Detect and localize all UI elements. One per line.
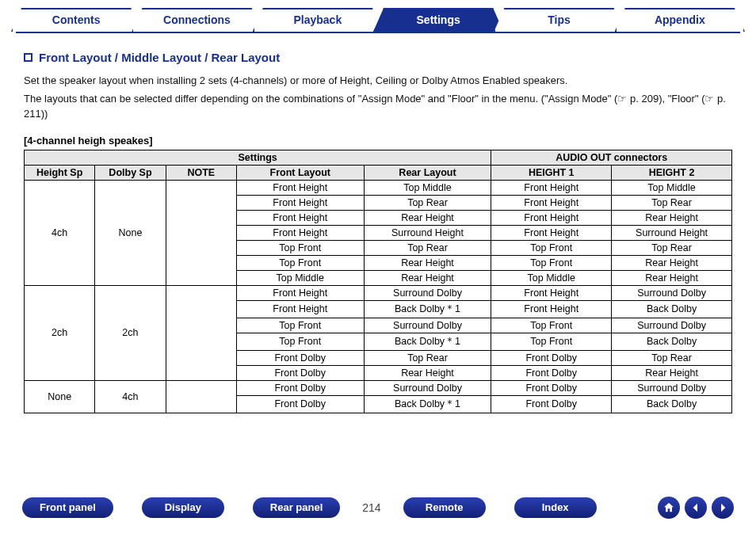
data-cell: Top Middle xyxy=(236,270,364,285)
data-cell: Top Middle xyxy=(364,180,491,195)
table-group-header-row: Settings AUDIO OUT connectors xyxy=(25,150,732,165)
col-header: Front Layout xyxy=(236,165,364,180)
data-cell: Surround Height xyxy=(612,225,732,240)
data-cell: Top Front xyxy=(236,318,364,333)
data-cell: Front Dolby xyxy=(236,365,364,380)
data-cell: Front Height xyxy=(236,285,364,300)
data-cell: Surround Dolby xyxy=(612,380,732,395)
data-cell: Front Dolby xyxy=(491,350,612,365)
section-heading: Front Layout / Middle Layout / Rear Layo… xyxy=(24,51,732,64)
tab-playback[interactable]: Playback xyxy=(253,8,383,32)
group-cell-note xyxy=(166,380,236,413)
footer: Front panelDisplayRear panel214RemoteInd… xyxy=(0,497,756,519)
data-cell: Top Front xyxy=(236,240,364,255)
tab-settings[interactable]: Settings xyxy=(373,8,503,32)
data-cell: Rear Height xyxy=(612,270,732,285)
data-cell: Rear Height xyxy=(364,255,491,270)
footer-button-index[interactable]: Index xyxy=(514,497,597,518)
data-cell: Back Dolby xyxy=(612,300,732,318)
data-cell: Back Dolby＊1 xyxy=(364,395,491,413)
data-cell: Back Dolby xyxy=(612,395,732,413)
data-cell: Back Dolby xyxy=(612,333,732,350)
col-header: NOTE xyxy=(166,165,236,180)
data-cell: Top Rear xyxy=(612,350,732,365)
table-sublabel: [4-channel heigh speakes] xyxy=(24,135,732,147)
data-cell: Surround Height xyxy=(364,225,491,240)
data-cell: Back Dolby＊1 xyxy=(364,333,491,350)
tab-tips[interactable]: Tips xyxy=(494,8,624,32)
footer-button-rear-panel[interactable]: Rear panel xyxy=(253,497,340,518)
data-cell: Front Dolby xyxy=(236,395,364,413)
layout-table: Settings AUDIO OUT connectors Height SpD… xyxy=(24,150,732,413)
tab-appendix[interactable]: Appendix xyxy=(615,8,745,32)
data-cell: Top Front xyxy=(491,240,612,255)
group-header-settings: Settings xyxy=(25,150,491,165)
data-cell: Front Dolby xyxy=(491,395,612,413)
tab-contents[interactable]: Contents xyxy=(11,8,141,32)
data-cell: Rear Height xyxy=(612,255,732,270)
data-cell: Rear Height xyxy=(612,210,732,225)
group-cell-dolby_sp: None xyxy=(95,180,166,285)
data-cell: Rear Height xyxy=(364,365,491,380)
data-cell: Front Dolby xyxy=(236,380,364,395)
prev-icon[interactable] xyxy=(685,497,707,519)
table-row: 2ch2chFront HeightSurround DolbyFront He… xyxy=(25,285,732,300)
page-number: 214 xyxy=(362,501,380,514)
table-row: None4chFront DolbySurround DolbyFront Do… xyxy=(25,380,732,395)
data-cell: Front Dolby xyxy=(491,365,612,380)
data-cell: Front Height xyxy=(491,195,612,210)
tab-connections[interactable]: Connections xyxy=(132,8,262,32)
data-cell: Top Rear xyxy=(612,195,732,210)
data-cell: Front Height xyxy=(491,300,612,318)
data-cell: Surround Dolby xyxy=(612,318,732,333)
group-cell-height_sp: 2ch xyxy=(25,285,95,380)
data-cell: Front Height xyxy=(236,195,364,210)
footer-button-display[interactable]: Display xyxy=(142,497,224,518)
data-cell: Front Height xyxy=(236,180,364,195)
data-cell: Surround Dolby xyxy=(364,285,491,300)
footer-button-remote[interactable]: Remote xyxy=(403,497,486,518)
section-para1: Set the speaker layout when installing 2… xyxy=(24,74,732,89)
section-para2: The layouts that can be selected differ … xyxy=(24,92,732,122)
col-header: Height Sp xyxy=(25,165,95,180)
data-cell: Top Front xyxy=(491,333,612,350)
col-header: Dolby Sp xyxy=(95,165,166,180)
data-cell: Top Middle xyxy=(612,180,732,195)
data-cell: Top Rear xyxy=(364,240,491,255)
data-cell: Rear Height xyxy=(364,210,491,225)
data-cell: Top Rear xyxy=(364,350,491,365)
home-icon[interactable] xyxy=(658,497,680,519)
data-cell: Front Height xyxy=(491,285,612,300)
col-header: HEIGHT 2 xyxy=(612,165,732,180)
footer-button-front-panel[interactable]: Front panel xyxy=(22,497,113,518)
data-cell: Top Front xyxy=(236,333,364,350)
group-cell-note xyxy=(166,180,236,285)
nav-icons xyxy=(658,497,734,519)
data-cell: Front Dolby xyxy=(491,380,612,395)
data-cell: Front Height xyxy=(236,300,364,318)
bullet-icon xyxy=(24,53,32,62)
group-cell-height_sp: None xyxy=(25,380,95,413)
next-icon[interactable] xyxy=(712,497,734,519)
data-cell: Back Dolby＊1 xyxy=(364,300,491,318)
data-cell: Rear Height xyxy=(612,365,732,380)
data-cell: Top Front xyxy=(236,255,364,270)
table-column-header-row: Height SpDolby SpNOTEFront LayoutRear La… xyxy=(25,165,732,180)
section-title: Front Layout / Middle Layout / Rear Layo… xyxy=(39,51,280,64)
group-cell-note xyxy=(166,285,236,380)
data-cell: Front Dolby xyxy=(236,350,364,365)
table-row: 4chNoneFront HeightTop MiddleFront Heigh… xyxy=(25,180,732,195)
data-cell: Rear Height xyxy=(364,270,491,285)
data-cell: Top Front xyxy=(491,318,612,333)
data-cell: Front Height xyxy=(236,210,364,225)
data-cell: Top Front xyxy=(491,255,612,270)
col-header: Rear Layout xyxy=(364,165,491,180)
data-cell: Front Height xyxy=(491,225,612,240)
group-cell-dolby_sp: 2ch xyxy=(95,285,166,380)
data-cell: Front Height xyxy=(491,180,612,195)
section-body: Front Layout / Middle Layout / Rear Layo… xyxy=(16,51,740,413)
group-header-audioout: AUDIO OUT connectors xyxy=(491,150,732,165)
data-cell: Surround Dolby xyxy=(612,285,732,300)
data-cell: Top Middle xyxy=(491,270,612,285)
data-cell: Top Rear xyxy=(612,240,732,255)
